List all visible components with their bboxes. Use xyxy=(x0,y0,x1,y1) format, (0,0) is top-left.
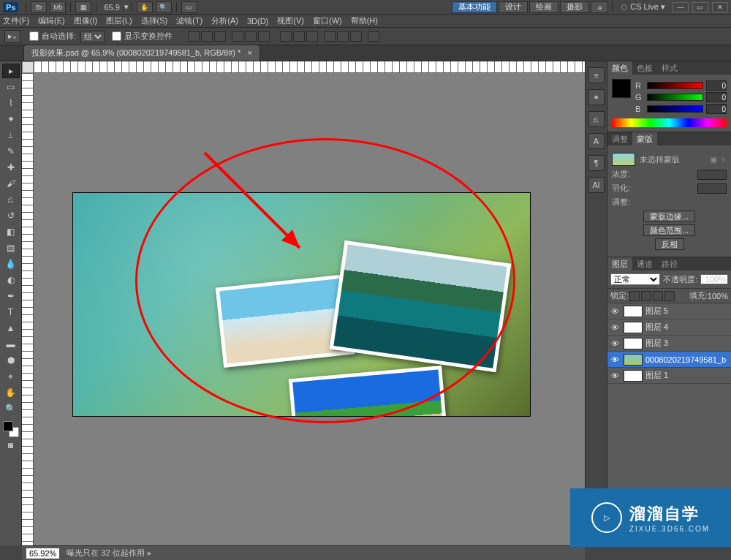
menu-edit[interactable]: 编辑(E) xyxy=(38,15,65,26)
color-preview[interactable] xyxy=(612,79,631,98)
brush-presets-icon[interactable]: ✶ xyxy=(588,89,605,105)
opacity-value[interactable]: 100% xyxy=(700,274,728,284)
eraser-tool[interactable]: ◧ xyxy=(2,224,20,239)
visibility-icon[interactable]: 👁 xyxy=(609,323,621,332)
close-icon[interactable]: ✕ xyxy=(712,2,728,12)
ruler-vertical[interactable] xyxy=(22,73,34,545)
blur-tool[interactable]: 💧 xyxy=(2,257,20,271)
auto-select-checkbox[interactable] xyxy=(29,31,39,41)
b-slider[interactable] xyxy=(647,105,703,113)
brush-tool[interactable]: 🖌 xyxy=(2,176,20,191)
visibility-icon[interactable]: 👁 xyxy=(609,307,621,316)
hand-tool-icon[interactable]: ✋ xyxy=(137,1,153,13)
layer-thumb[interactable] xyxy=(624,322,643,333)
marquee-tool[interactable]: ▭ xyxy=(2,80,20,94)
lock-all-icon[interactable] xyxy=(664,291,675,301)
path-select-tool[interactable]: ▲ xyxy=(2,321,20,336)
menu-layer[interactable]: 图层(L) xyxy=(106,15,132,26)
invert-button[interactable]: 反相 xyxy=(655,238,684,250)
document-canvas[interactable] xyxy=(73,193,530,416)
visibility-icon[interactable]: 👁 xyxy=(609,339,621,348)
workspace-painting[interactable]: 绘画 xyxy=(529,1,558,13)
r-slider[interactable] xyxy=(647,82,703,89)
vector-mask-icon[interactable]: ✧ xyxy=(720,155,727,164)
zoom-tool-icon[interactable]: 🔍 xyxy=(156,1,172,13)
layer-thumb[interactable] xyxy=(624,370,643,382)
tab-swatches[interactable]: 色板 xyxy=(632,61,657,75)
tab-paths[interactable]: 路径 xyxy=(657,257,682,270)
menu-window[interactable]: 窗口(W) xyxy=(313,15,342,26)
canvas-area[interactable] xyxy=(22,61,585,545)
zoom-display[interactable]: 65.9 xyxy=(104,3,119,12)
align-icon[interactable] xyxy=(188,31,200,42)
show-transform-checkbox[interactable] xyxy=(112,31,121,41)
tab-adjust[interactable]: 调整 xyxy=(607,132,632,145)
lock-pixels-icon[interactable] xyxy=(641,291,651,301)
zoom-tool[interactable]: 🔍 xyxy=(2,401,20,416)
menu-3d[interactable]: 3D(D) xyxy=(247,17,268,26)
workspace-design[interactable]: 设计 xyxy=(499,1,528,13)
type-tool[interactable]: T xyxy=(2,305,20,319)
wand-tool[interactable]: ✦ xyxy=(2,112,20,126)
char-panel-icon[interactable]: A xyxy=(588,133,605,149)
history-icon[interactable]: ≡ xyxy=(588,67,605,83)
g-value[interactable] xyxy=(706,92,727,102)
view-extras-icon[interactable]: ▦ xyxy=(75,1,91,13)
color-range-button[interactable]: 颜色范围... xyxy=(643,224,695,236)
menu-analysis[interactable]: 分析(A) xyxy=(211,15,238,26)
status-arrow-icon[interactable]: ▸ xyxy=(148,548,152,558)
screen-mode-icon[interactable]: ▭ xyxy=(181,1,197,13)
g-slider[interactable] xyxy=(647,94,703,101)
tab-layers[interactable]: 图层 xyxy=(607,257,632,270)
lock-pos-icon[interactable] xyxy=(653,291,663,301)
color-swatch[interactable] xyxy=(3,421,19,437)
layer-row[interactable]: 👁0008020219749581_b xyxy=(607,352,731,368)
menu-filter[interactable]: 滤镜(T) xyxy=(176,15,202,26)
mask-edge-button[interactable]: 蒙版边缘... xyxy=(643,211,695,222)
auto-select-target[interactable]: 组 xyxy=(80,31,105,42)
crop-tool[interactable]: ⟂ xyxy=(2,128,20,143)
b-value[interactable] xyxy=(706,104,727,114)
menu-help[interactable]: 帮助(H) xyxy=(351,15,378,26)
menu-image[interactable]: 图像(I) xyxy=(74,15,97,26)
layer-thumb[interactable] xyxy=(624,354,643,366)
3d-tool[interactable]: ⬢ xyxy=(2,353,20,368)
blend-mode-select[interactable]: 正常 xyxy=(610,273,660,285)
tab-color[interactable]: 颜色 xyxy=(607,61,632,75)
stamp-tool[interactable]: ⎌ xyxy=(2,192,20,207)
minibridge-icon[interactable]: Mb xyxy=(50,1,66,13)
history-brush-tool[interactable]: ↺ xyxy=(2,208,20,223)
para-panel-icon[interactable]: ¶ xyxy=(588,155,605,171)
workspace-photography[interactable]: 摄影 xyxy=(560,1,589,13)
visibility-icon[interactable]: 👁 xyxy=(609,371,621,380)
pixel-mask-icon[interactable]: ▣ xyxy=(710,155,717,164)
clone-src-icon[interactable]: ⎌ xyxy=(588,111,605,127)
tab-channels[interactable]: 通道 xyxy=(632,257,657,270)
maximize-icon[interactable]: ▭ xyxy=(692,2,708,12)
pen-tool[interactable]: ✒ xyxy=(2,289,20,303)
feather-input[interactable] xyxy=(697,183,727,194)
tab-close-icon[interactable]: × xyxy=(247,48,251,57)
ruler-horizontal[interactable] xyxy=(34,61,585,73)
lasso-tool[interactable]: ⌇ xyxy=(2,96,20,110)
layer-thumb[interactable] xyxy=(624,306,643,317)
lock-trans-icon[interactable] xyxy=(629,291,640,301)
cslive-button[interactable]: CS Live ▾ xyxy=(621,2,665,12)
workspace-essentials[interactable]: 基本功能 xyxy=(452,1,497,13)
photo-beach[interactable] xyxy=(289,366,450,416)
other-panel-icon[interactable]: Al xyxy=(588,177,605,193)
status-zoom[interactable]: 65.92% xyxy=(26,548,59,559)
gradient-tool[interactable]: ▤ xyxy=(2,241,20,255)
layer-row[interactable]: 👁图层 3 xyxy=(607,336,731,352)
spectrum-picker[interactable] xyxy=(612,118,727,127)
menu-select[interactable]: 选择(S) xyxy=(141,15,168,26)
eyedropper-tool[interactable]: ✎ xyxy=(2,144,20,159)
current-tool-icon[interactable]: ▸₊ xyxy=(4,30,20,43)
layer-row[interactable]: 👁图层 4 xyxy=(607,319,731,336)
shape-tool[interactable]: ▬ xyxy=(2,337,20,352)
r-value[interactable] xyxy=(706,80,727,91)
visibility-icon[interactable]: 👁 xyxy=(609,355,621,364)
healing-tool[interactable]: ✚ xyxy=(2,160,20,175)
workspace-more[interactable]: » xyxy=(591,1,608,13)
tab-styles[interactable]: 样式 xyxy=(657,61,682,75)
